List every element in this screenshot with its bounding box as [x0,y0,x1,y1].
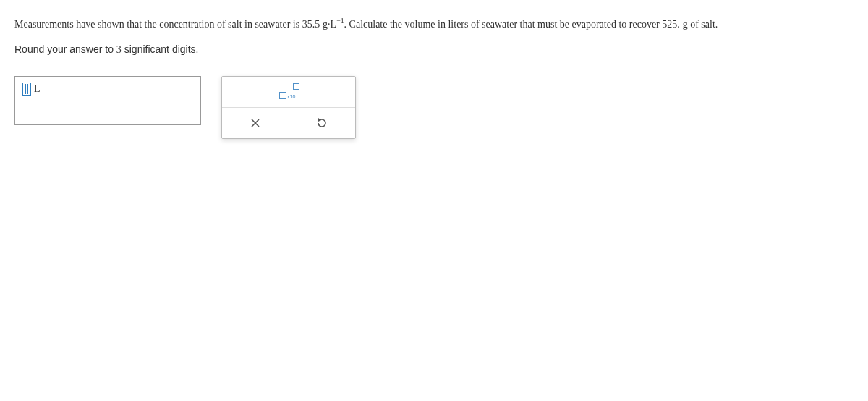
q-part2: . Calculate the volume in liters of seaw… [344,19,663,30]
answer-area: L x10 [14,76,854,139]
instr-pre: Round your answer to [14,43,116,55]
instr-sigfigs: 3 [116,44,122,55]
q-unit1-base: g·L [323,19,336,30]
answer-unit: L [34,83,41,95]
q-unit1-exp: −1 [336,17,344,25]
sci-notation-button[interactable]: x10 [222,77,355,107]
reset-button[interactable] [289,108,356,138]
tools-panel: x10 [221,76,356,139]
tools-row-1: x10 [222,77,355,108]
answer-box[interactable]: L [14,76,201,125]
answer-input[interactable] [22,83,31,96]
q-value2: 525. [662,19,680,30]
close-icon [250,118,260,128]
q-value1: 35.5 [302,19,320,30]
q-unit2: g [683,19,688,30]
sci-notation-icon: x10 [279,85,298,99]
clear-button[interactable] [222,108,289,138]
question-text: Measurements have shown that the concent… [14,14,854,33]
q-part1: Measurements have shown that the concent… [14,19,302,30]
undo-icon [316,117,328,129]
instr-post: significant digits. [122,43,199,55]
q-part3: of salt. [688,19,718,30]
tools-row-2 [222,108,355,138]
instruction-text: Round your answer to 3 significant digit… [14,43,854,56]
